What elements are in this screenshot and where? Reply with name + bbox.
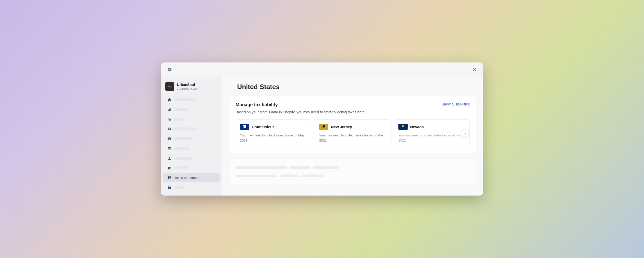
tax-card-title: Manage tax liability (236, 102, 278, 107)
page-title: United States (237, 83, 280, 91)
analytics-icon (167, 107, 172, 112)
skeleton-bar (280, 175, 297, 177)
nav-bar-cart (174, 147, 190, 150)
nav-bar-marketing (174, 137, 192, 140)
svg-rect-6 (323, 126, 324, 128)
states-row: Connecticut You may need to collect sale… (236, 119, 470, 147)
tax-liability-card: Manage tax liability Show all liabilitie… (229, 96, 476, 154)
customers-icon (167, 127, 172, 131)
sidebar-item-orders[interactable] (163, 115, 220, 124)
connecticut-header: Connecticut (240, 124, 307, 130)
main-content: ← United States Manage tax liability Sho… (222, 77, 483, 196)
titlebar: ✕ (161, 62, 483, 77)
state-card-new-jersey[interactable]: New Jersey You may need to collect sales… (315, 119, 390, 147)
nav-bar-shipping (174, 166, 188, 169)
new-jersey-flag (319, 124, 328, 130)
state-card-connecticut[interactable]: Connecticut You may need to collect sale… (236, 119, 311, 147)
new-jersey-desc: You may need to collect sales tax as of … (319, 133, 386, 143)
skeleton-bar (301, 175, 324, 177)
settings-icon[interactable] (166, 66, 173, 73)
svg-rect-3 (243, 125, 246, 126)
sidebar-item-cart[interactable] (163, 144, 220, 153)
nav-bar-orders (174, 118, 185, 121)
connecticut-flag (240, 124, 249, 130)
main-window: ✕ UrbanSoul urbansoul.com (161, 62, 483, 196)
sidebar-taxes-label: Taxes and duties (174, 176, 199, 180)
new-jersey-header: New Jersey (319, 124, 386, 130)
show-all-liabilities-link[interactable]: Show all liabilities (442, 102, 470, 106)
sidebar-item-people[interactable] (163, 154, 220, 163)
nav-bar-home (174, 98, 195, 101)
taxes-icon (167, 175, 172, 180)
sidebar-item-analytics[interactable] (163, 105, 220, 114)
skeleton-bar (313, 166, 339, 169)
connecticut-desc: You may need to collect sales tax as of … (240, 133, 307, 143)
skeleton-bar (236, 175, 277, 177)
state-card-nevada[interactable]: Nevada You may need to collec sales tax … (394, 119, 470, 147)
carousel-next-button[interactable]: › (461, 129, 469, 137)
store-header: UrbanSoul urbansoul.com (161, 80, 222, 95)
nevada-header: Nevada (398, 124, 465, 130)
connecticut-name: Connecticut (252, 125, 274, 129)
nevada-name: Nevada (410, 125, 424, 129)
sidebar-item-shipping[interactable] (163, 163, 220, 173)
nav-bar-people (174, 157, 192, 160)
tax-card-description: Based on your store's data in Shopify, y… (236, 110, 470, 114)
skeleton-section (229, 159, 476, 185)
close-button[interactable]: ✕ (471, 66, 478, 73)
skeleton-bar (236, 166, 287, 169)
nav-bar-analytics (174, 108, 187, 111)
nav-bar-security (174, 186, 185, 189)
skeleton-bar (290, 166, 310, 169)
window-body: UrbanSoul urbansoul.com (161, 77, 483, 196)
sidebar-item-taxes[interactable]: Taxes and duties (163, 173, 220, 182)
lock-icon (167, 185, 172, 190)
sidebar-item-marketing[interactable] (163, 134, 220, 143)
tax-card-header: Manage tax liability Show all liabilitie… (236, 102, 470, 107)
cart-icon (167, 146, 172, 151)
shipping-icon (167, 166, 172, 170)
sidebar: UrbanSoul urbansoul.com (161, 77, 222, 196)
skeleton-row-1 (236, 164, 470, 171)
store-info: UrbanSoul urbansoul.com (177, 83, 197, 90)
nav-bar-customers (174, 127, 197, 131)
orders-icon (167, 117, 172, 122)
new-jersey-name: New Jersey (331, 125, 352, 129)
nevada-desc: You may need to collec sales tax as of F… (398, 133, 465, 143)
sidebar-item-security[interactable] (163, 183, 220, 192)
store-url: urbansoul.com (177, 87, 197, 90)
sidebar-item-customers[interactable] (163, 124, 220, 134)
back-button[interactable]: ← (229, 84, 234, 90)
nevada-flag (398, 124, 408, 130)
store-name: UrbanSoul (177, 83, 197, 87)
people-icon (167, 156, 172, 160)
page-header: ← United States (229, 83, 476, 91)
skeleton-row-2 (236, 173, 470, 179)
marketing-icon (167, 136, 172, 141)
titlebar-left (166, 66, 173, 73)
store-logo (165, 82, 174, 91)
home-icon (167, 98, 172, 102)
sidebar-item-home[interactable] (163, 95, 220, 104)
